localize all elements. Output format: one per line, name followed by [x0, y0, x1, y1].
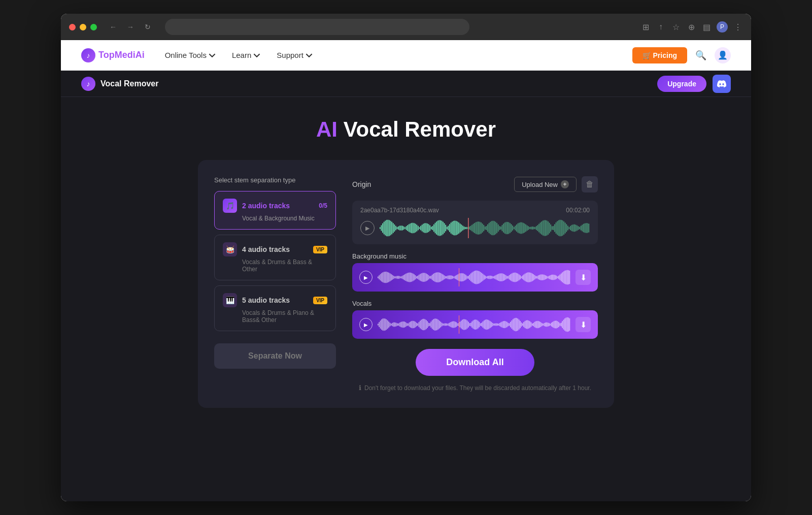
svg-rect-343: [403, 321, 404, 328]
share-icon[interactable]: ↑: [656, 22, 666, 32]
svg-rect-342: [402, 321, 403, 328]
background-play-button[interactable]: ▶: [359, 271, 373, 284]
svg-rect-461: [545, 323, 546, 327]
svg-rect-251: [486, 276, 487, 278]
refresh-button[interactable]: ↻: [141, 20, 155, 34]
svg-rect-296: [540, 274, 542, 280]
menu-icon[interactable]: ⋮: [733, 22, 743, 32]
minimize-button[interactable]: [80, 24, 86, 30]
stem-4tracks-name: 4 audio tracks: [242, 245, 290, 253]
nav-online-tools[interactable]: Online Tools: [165, 51, 216, 59]
svg-rect-414: [489, 320, 490, 329]
nav-learn[interactable]: Learn: [232, 51, 260, 59]
svg-rect-20: [406, 226, 407, 230]
origin-play-button[interactable]: ▶: [360, 221, 375, 235]
stem-4tracks-desc: Vocals & Drums & Bass & Other: [242, 259, 327, 273]
vocals-play-button[interactable]: ▶: [359, 318, 373, 331]
stem-5tracks-name: 5 audio tracks: [242, 296, 290, 304]
svg-rect-334: [392, 323, 393, 326]
download-all-button[interactable]: Download All: [416, 349, 534, 376]
upload-new-button[interactable]: Upload New +: [514, 177, 577, 192]
vocals-download-button[interactable]: ⬇: [576, 317, 591, 332]
upgrade-button[interactable]: Upgrade: [657, 76, 706, 92]
profile-avatar[interactable]: P: [717, 21, 728, 33]
stem-option-5tracks[interactable]: 🎹 5 audio tracks VIP Vocals & Drums & Pi…: [214, 285, 336, 331]
svg-rect-259: [496, 275, 497, 279]
maximize-button[interactable]: [90, 24, 97, 30]
svg-rect-269: [508, 276, 509, 278]
close-button[interactable]: [69, 24, 76, 30]
svg-rect-60: [458, 222, 459, 234]
stem-2tracks-desc: Vocal & Background Music: [242, 215, 327, 222]
user-icon[interactable]: 👤: [715, 47, 731, 63]
chevron-down-icon: [209, 52, 216, 59]
svg-rect-433: [512, 320, 513, 329]
svg-rect-56: [453, 221, 454, 236]
stem-option-4tracks[interactable]: 🥁 4 audio tracks VIP Vocals & Drums & Ba…: [214, 235, 336, 280]
svg-rect-336: [394, 323, 395, 327]
svg-rect-315: [563, 271, 564, 283]
extensions-icon[interactable]: ⊕: [686, 22, 696, 32]
svg-rect-429: [506, 322, 507, 328]
pricing-button[interactable]: 🛒 Pricing: [632, 47, 687, 63]
svg-rect-313: [561, 273, 562, 281]
svg-rect-99: [510, 223, 511, 233]
svg-rect-426: [503, 321, 504, 328]
back-button[interactable]: ←: [106, 20, 120, 34]
address-bar[interactable]: [165, 19, 469, 35]
forward-button[interactable]: →: [123, 20, 138, 34]
svg-rect-480: [568, 317, 569, 332]
svg-rect-19: [404, 227, 405, 229]
svg-rect-37: [428, 224, 429, 232]
svg-rect-86: [493, 221, 494, 236]
svg-rect-417: [492, 323, 493, 326]
bookmarks-icon[interactable]: ⊞: [640, 22, 651, 32]
logo[interactable]: ♪ TopMediAi: [81, 48, 145, 62]
svg-rect-380: [448, 324, 449, 326]
star-icon[interactable]: ☆: [671, 22, 681, 32]
svg-rect-170: [388, 273, 389, 282]
svg-rect-375: [442, 323, 443, 326]
origin-waveform[interactable]: [380, 218, 590, 238]
svg-rect-415: [490, 321, 491, 328]
svg-rect-140: [563, 221, 564, 235]
svg-rect-28: [416, 224, 417, 232]
svg-rect-303: [549, 276, 550, 279]
discord-button[interactable]: [713, 75, 731, 93]
svg-rect-332: [390, 323, 391, 326]
svg-rect-289: [532, 273, 533, 281]
nav-support[interactable]: Support: [277, 51, 313, 59]
svg-rect-198: [422, 273, 423, 282]
search-icon[interactable]: 🔍: [695, 50, 706, 61]
svg-rect-444: [525, 321, 526, 328]
svg-rect-11: [394, 224, 395, 232]
svg-rect-4: [385, 220, 386, 236]
separate-now-button[interactable]: Separate Now: [214, 343, 336, 369]
svg-rect-287: [529, 272, 530, 282]
svg-rect-136: [558, 220, 559, 236]
svg-rect-169: [387, 272, 388, 282]
svg-rect-265: [503, 274, 504, 281]
svg-rect-107: [520, 222, 521, 234]
origin-header: Origin Upload New + 🗑: [352, 176, 598, 192]
svg-rect-470: [556, 320, 557, 328]
stem-option-2tracks[interactable]: 🎵 2 audio tracks 0/5 Vocal & Background …: [214, 191, 336, 230]
svg-rect-2: [382, 223, 383, 233]
delete-button[interactable]: 🗑: [582, 176, 598, 192]
svg-rect-127: [547, 220, 548, 236]
svg-rect-394: [464, 319, 465, 330]
svg-rect-435: [514, 318, 515, 331]
svg-rect-132: [553, 226, 554, 230]
svg-rect-213: [441, 273, 442, 281]
svg-rect-449: [531, 322, 532, 327]
sidebar-icon[interactable]: ▤: [701, 22, 712, 32]
background-download-button[interactable]: ⬇: [576, 270, 591, 285]
svg-rect-309: [556, 275, 557, 279]
sub-nav: ♪ Vocal Remover Upgrade: [61, 71, 751, 97]
svg-rect-471: [557, 321, 558, 328]
svg-rect-46: [440, 220, 441, 236]
svg-rect-199: [423, 273, 424, 282]
svg-rect-399: [470, 323, 471, 326]
svg-rect-207: [433, 274, 434, 281]
svg-rect-473: [560, 323, 561, 326]
